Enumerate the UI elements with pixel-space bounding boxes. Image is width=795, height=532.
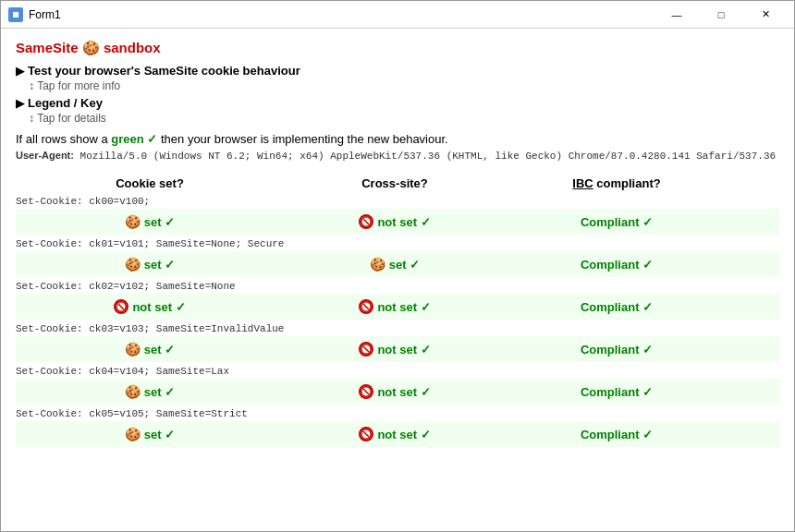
cookie-icon: 🍪 [125, 257, 141, 272]
cell2-text-5: not set ✓ [377, 428, 430, 441]
no-icon [359, 214, 373, 229]
cell3-text-1: Compliant ✓ [581, 258, 653, 272]
section1-label: Test your browser's SameSite cookie beha… [28, 64, 300, 78]
maximize-button[interactable]: □ [700, 5, 742, 25]
cell-compliant-4: Compliant ✓ [506, 379, 728, 405]
info-check: ✓ [144, 132, 158, 146]
data-row-1: 🍪set ✓🍪set ✓Compliant ✓ [16, 251, 779, 277]
cell-compliant-2: Compliant ✓ [506, 294, 728, 320]
cell1-text-0: set ✓ [144, 215, 175, 229]
cell2-text-0: not set ✓ [377, 215, 430, 229]
cell-compliant-1: Compliant ✓ [506, 251, 728, 277]
arrow-icon-2: ▶ [16, 97, 24, 110]
cell-cross-site-3: not set ✓ [284, 336, 506, 362]
cookie-row-label-0: Set-Cookie: ck00=v100; [16, 194, 779, 209]
no-icon [114, 299, 128, 314]
cookie-row-label-1: Set-Cookie: ck01=v101; SameSite=None; Se… [16, 236, 779, 251]
section1-header[interactable]: ▶ Test your browser's SameSite cookie be… [16, 64, 779, 78]
cell3-text-3: Compliant ✓ [581, 343, 653, 357]
table-row-wrapper-4: Set-Cookie: ck04=v104; SameSite=Lax🍪set … [16, 364, 779, 405]
cell-cross-site-0: not set ✓ [284, 209, 506, 235]
cookie-row-label-2: Set-Cookie: ck02=v102; SameSite=None [16, 279, 779, 294]
title-bar-left: Form1 [8, 7, 61, 22]
data-row-3: 🍪set ✓ not set ✓Compliant ✓ [16, 336, 779, 362]
ibc-rest: compliant? [593, 176, 661, 190]
section2-label: Legend / Key [28, 96, 103, 110]
cell1-text-4: set ✓ [144, 385, 175, 399]
title-bar: Form1 — □ ✕ [1, 1, 794, 29]
svg-line-5 [118, 304, 124, 309]
updown-icon-1: ↕ [29, 79, 34, 92]
data-row-4: 🍪set ✓ not set ✓Compliant ✓ [16, 379, 779, 405]
cell-cookie-set-1: 🍪set ✓ [16, 251, 284, 277]
table-row-wrapper-3: Set-Cookie: ck03=v103; SameSite=InvalidV… [16, 321, 779, 362]
no-icon [359, 384, 373, 399]
section2-tap[interactable]: ↕ Tap for details [29, 112, 779, 125]
svg-rect-1 [13, 12, 18, 18]
minimize-button[interactable]: — [655, 5, 698, 25]
ua-label: User-Agent: [16, 150, 74, 161]
table-row-wrapper-2: Set-Cookie: ck02=v102; SameSite=None not… [16, 279, 779, 320]
svg-line-13 [363, 431, 369, 437]
table-row-wrapper-5: Set-Cookie: ck05=v105; SameSite=Strict🍪s… [16, 406, 779, 447]
cell-cross-site-4: not set ✓ [284, 379, 506, 405]
results-table: Cookie set? Cross-site? IBC compliant? S… [16, 173, 779, 447]
no-icon [359, 342, 373, 357]
title-sandbox: sandbox [104, 40, 161, 55]
section2-header[interactable]: ▶ Legend / Key [16, 96, 779, 110]
cell-compliant-5: Compliant ✓ [506, 421, 728, 447]
cell2-text-3: not set ✓ [377, 343, 430, 357]
app-icon [8, 7, 23, 22]
cell-cross-site-2: not set ✓ [284, 294, 506, 320]
cell1-text-2: not set ✓ [132, 300, 185, 314]
cell3-text-2: Compliant ✓ [581, 300, 653, 314]
cookie-icon: 🍪 [125, 384, 141, 399]
cell-cross-site-5: not set ✓ [284, 421, 506, 447]
cell2-text-2: not set ✓ [377, 300, 430, 314]
cookie-icon: 🍪 [370, 257, 385, 272]
info-green: green [111, 132, 143, 146]
info-text: If all rows show a green ✓ then your bro… [16, 132, 779, 146]
app-title: SameSite 🍪 sandbox [16, 40, 779, 56]
svg-line-9 [363, 346, 369, 352]
updown-icon-2: ↕ [29, 112, 34, 125]
data-row-2: not set ✓ not set ✓Compliant ✓ [16, 294, 779, 320]
ua-value: Mozilla/5.0 (Windows NT 6.2; Win64; x64)… [80, 151, 777, 162]
user-agent-line: User-Agent: Mozilla/5.0 (Windows NT 6.2;… [16, 150, 779, 162]
header-ibc-compliant: IBC compliant? [506, 173, 728, 194]
cookie-icon: 🍪 [125, 214, 141, 229]
data-row-5: 🍪set ✓ not set ✓Compliant ✓ [16, 421, 779, 447]
cell2-text-1: set ✓ [389, 258, 420, 272]
cell-compliant-3: Compliant ✓ [506, 336, 728, 362]
table-header-row: Cookie set? Cross-site? IBC compliant? [16, 173, 779, 194]
cell-compliant-0: Compliant ✓ [506, 209, 728, 235]
application-window: Form1 — □ ✕ SameSite 🍪 sandbox ▶ Test yo… [0, 0, 795, 532]
cell2-text-4: not set ✓ [377, 385, 430, 399]
ibc-underline: IBC [572, 176, 593, 190]
svg-line-3 [363, 219, 369, 224]
section1-tap[interactable]: ↕ Tap for more info [29, 79, 779, 92]
close-button[interactable]: ✕ [744, 5, 787, 25]
header-cookie-set: Cookie set? [16, 173, 284, 194]
cell3-text-5: Compliant ✓ [581, 428, 653, 441]
data-row-0: 🍪set ✓ not set ✓Compliant ✓ [16, 209, 779, 235]
svg-line-7 [363, 304, 369, 309]
table-row-wrapper-1: Set-Cookie: ck01=v101; SameSite=None; Se… [16, 236, 779, 277]
arrow-icon-1: ▶ [16, 65, 24, 78]
cell-cookie-set-4: 🍪set ✓ [16, 379, 284, 405]
title-bar-controls: — □ ✕ [655, 5, 787, 25]
title-samesite: SameSite [16, 40, 79, 55]
no-icon [359, 299, 373, 314]
cell1-text-1: set ✓ [144, 258, 175, 272]
cookie-icon: 🍪 [125, 342, 141, 357]
cookie-icon: 🍪 [125, 427, 141, 441]
cell-cookie-set-5: 🍪set ✓ [16, 421, 284, 447]
info-text-2: then your browser is implementing the ne… [157, 132, 447, 146]
info-text-1: If all rows show a [16, 132, 111, 146]
cookie-row-label-4: Set-Cookie: ck04=v104; SameSite=Lax [16, 364, 779, 379]
window-title: Form1 [29, 8, 61, 21]
cell-cross-site-1: 🍪set ✓ [284, 251, 506, 277]
main-content: SameSite 🍪 sandbox ▶ Test your browser's… [1, 29, 794, 531]
cell1-text-5: set ✓ [144, 428, 175, 441]
section2-tap-label: Tap for details [37, 112, 106, 125]
